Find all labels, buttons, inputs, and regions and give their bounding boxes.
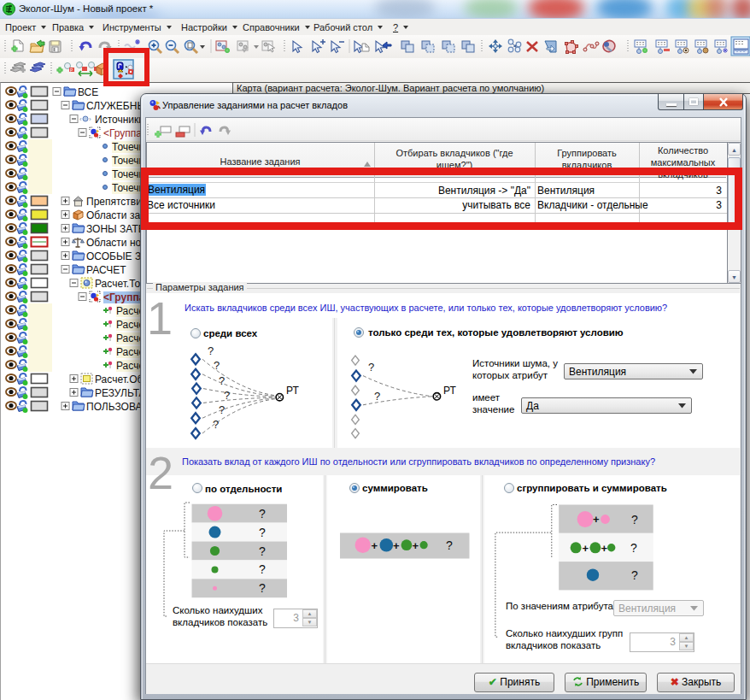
svg-text:РТ: РТ	[443, 385, 456, 397]
svg-text:?: ?	[446, 538, 453, 552]
svg-text:+: +	[593, 513, 600, 526]
svg-text:+: +	[601, 542, 608, 555]
svg-text:?: ?	[213, 418, 219, 431]
svg-text:?: ?	[631, 568, 638, 582]
svg-text:?: ?	[374, 390, 380, 403]
svg-text:?: ?	[368, 361, 374, 374]
svg-text:+: +	[372, 539, 378, 552]
svg-text:?: ?	[631, 513, 638, 526]
svg-text:?: ?	[259, 507, 266, 521]
svg-text:?: ?	[259, 562, 266, 576]
svg-text:?: ?	[219, 374, 225, 387]
svg-text:?: ?	[259, 526, 266, 539]
svg-text:?: ?	[219, 403, 225, 416]
svg-text:+: +	[393, 539, 400, 552]
svg-text:?: ?	[259, 581, 266, 595]
svg-text:?: ?	[214, 359, 220, 372]
svg-text:+: +	[583, 542, 589, 555]
svg-text:?: ?	[259, 544, 266, 558]
svg-text:+: +	[413, 539, 419, 552]
svg-text:?: ?	[208, 344, 214, 357]
svg-text:РТ: РТ	[286, 385, 299, 397]
svg-text:?: ?	[630, 541, 637, 555]
svg-text:?: ?	[224, 389, 230, 402]
